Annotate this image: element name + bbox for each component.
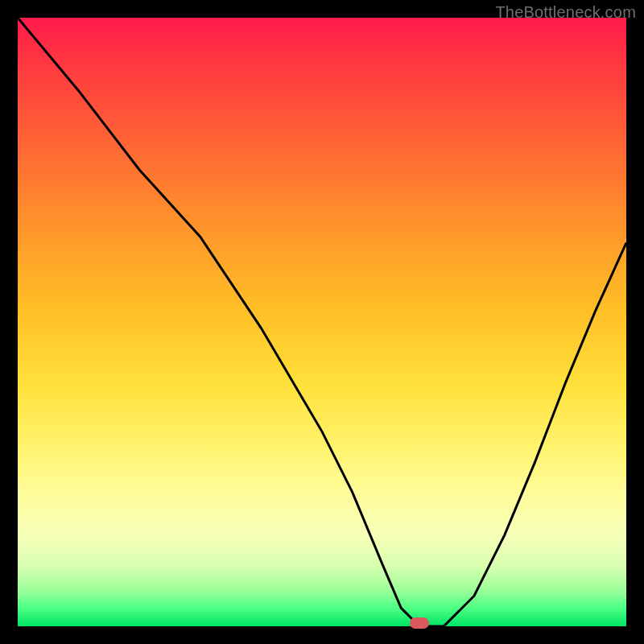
- curve-svg: [18, 18, 626, 626]
- chart-frame: TheBottleneck.com: [0, 0, 644, 644]
- optimal-point-marker: [410, 617, 429, 629]
- bottleneck-curve-path: [18, 18, 626, 626]
- plot-area: [18, 18, 626, 626]
- watermark-text: TheBottleneck.com: [495, 3, 636, 22]
